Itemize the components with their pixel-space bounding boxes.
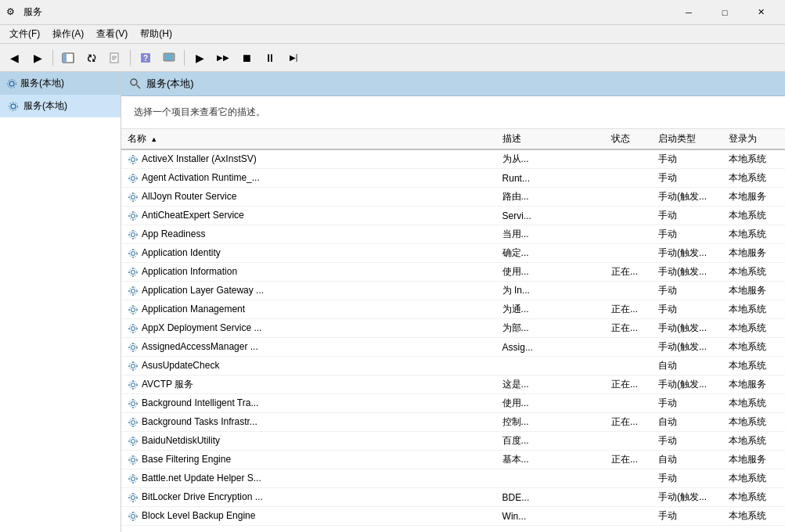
table-row[interactable]: ActiveX Installer (AxInstSV) 为从... 手动 本地… xyxy=(121,149,785,169)
svg-point-98 xyxy=(132,407,134,408)
table-row[interactable]: AVCTP 服务 这是... 正在... 手动(触发... 本地服务 xyxy=(121,376,785,394)
cell-status xyxy=(605,469,652,488)
svg-point-33 xyxy=(128,196,130,198)
table-row[interactable]: AppX Deployment Service ... 为部... 正在... … xyxy=(121,319,785,338)
refresh-button[interactable]: 🗘 xyxy=(81,47,103,69)
cell-login: 本地系统 xyxy=(722,169,785,188)
cell-status: 正在... xyxy=(605,319,652,338)
cell-startup: 手动 xyxy=(652,300,722,319)
cell-startup: 自动 xyxy=(652,413,722,432)
cell-startup: 自动 xyxy=(652,451,722,469)
svg-point-35 xyxy=(131,214,135,217)
svg-point-121 xyxy=(132,474,134,476)
col-header-login[interactable]: 登录为 xyxy=(722,129,785,149)
col-header-desc[interactable]: 描述 xyxy=(496,129,605,149)
svg-point-53 xyxy=(131,270,135,274)
cell-name: App Readiness xyxy=(121,225,496,244)
play-button[interactable]: ▶ xyxy=(189,47,211,69)
svg-point-97 xyxy=(132,399,134,401)
cell-name: AllJoyn Router Service xyxy=(121,188,496,207)
cell-status xyxy=(605,432,652,451)
gear-icon xyxy=(128,173,139,184)
svg-point-13 xyxy=(11,104,16,109)
table-row[interactable]: Background Tasks Infrastr... 控制... 正在...… xyxy=(121,413,785,432)
export-button[interactable] xyxy=(104,47,126,69)
cell-name: Application Identity xyxy=(121,244,496,263)
svg-point-61 xyxy=(132,286,134,288)
table-row[interactable]: Base Filtering Engine 基本... 正在... 自动 本地服… xyxy=(121,451,785,469)
nav-item-local-services[interactable]: 服务(本地) xyxy=(0,95,121,117)
svg-point-81 xyxy=(128,347,130,348)
svg-point-58 xyxy=(136,271,138,273)
cell-startup: 手动 xyxy=(652,149,722,169)
cell-desc: BDE... xyxy=(496,488,605,507)
table-row[interactable]: App Readiness 当用... 手动 本地系统 xyxy=(121,225,785,244)
svg-point-96 xyxy=(129,400,137,408)
cell-status xyxy=(605,338,652,357)
right-panel-header: 服务(本地) xyxy=(121,72,785,96)
table-row[interactable]: Background Intelligent Tra... 使用... 手动 本… xyxy=(121,394,785,413)
svg-point-57 xyxy=(128,271,130,273)
menu-help[interactable]: 帮助(H) xyxy=(134,26,178,42)
cell-login: 本地系统 xyxy=(722,338,785,357)
svg-point-52 xyxy=(136,253,138,254)
services-table-container[interactable]: 名称 ▲ 描述 状态 启动类型 登录为 ActiveX Installer (A… xyxy=(121,129,785,532)
title-bar-text: 服务 xyxy=(23,5,42,19)
table-row[interactable]: Battle.net Update Helper S... 手动 本地系统 xyxy=(121,469,785,488)
col-header-startup[interactable]: 启动类型 xyxy=(652,129,722,149)
cell-name: Block Level Backup Engine xyxy=(121,507,496,526)
show-hide-button[interactable] xyxy=(57,47,79,69)
menu-view[interactable]: 查看(V) xyxy=(90,26,134,42)
description-text: 选择一个项目来查看它的描述。 xyxy=(134,106,265,117)
svg-point-48 xyxy=(129,250,137,257)
table-row[interactable]: AssignedAccessManager ... Assig... 手动(触发… xyxy=(121,338,785,357)
menu-file[interactable]: 文件(F) xyxy=(3,26,46,42)
svg-point-55 xyxy=(132,268,134,269)
cell-name: AsusUpdateCheck xyxy=(121,357,496,376)
nav-item-label: 服务(本地) xyxy=(23,99,67,113)
table-row[interactable]: Application Management 为通... 正在... 手动 本地… xyxy=(121,300,785,319)
svg-point-111 xyxy=(128,440,130,442)
computer-button[interactable] xyxy=(158,47,180,69)
stop-button[interactable]: ⏹ xyxy=(236,47,257,69)
cell-startup: 手动(触发... xyxy=(652,319,722,338)
close-button[interactable]: ✕ xyxy=(743,0,779,25)
minimize-button[interactable]: ─ xyxy=(671,0,707,25)
svg-point-106 xyxy=(136,422,138,423)
cell-login: 本地系统 xyxy=(722,394,785,413)
col-header-name[interactable]: 名称 ▲ xyxy=(121,129,496,149)
forward-button[interactable]: ▶ xyxy=(27,47,49,69)
svg-point-50 xyxy=(132,257,134,258)
cell-status xyxy=(605,188,652,207)
cell-desc: 为通... xyxy=(496,300,605,319)
svg-text:?: ? xyxy=(143,54,148,63)
search-icon-header xyxy=(129,77,142,90)
table-row[interactable]: AllJoyn Router Service 路由... 手动(触发... 本地… xyxy=(121,188,785,207)
svg-point-114 xyxy=(129,456,137,464)
table-row[interactable]: Application Layer Gateway ... 为 In... 手动… xyxy=(121,282,785,300)
menu-action[interactable]: 操作(A) xyxy=(46,26,90,42)
table-row[interactable]: BaiduNetdiskUtility 百度... 手动 本地系统 xyxy=(121,432,785,451)
gear-icon xyxy=(128,323,139,334)
table-row[interactable]: AsusUpdateCheck 自动 本地系统 xyxy=(121,357,785,376)
table-row[interactable]: Application Information 使用... 正在... 手动(触… xyxy=(121,263,785,282)
restart-button[interactable]: ▶| xyxy=(283,47,304,69)
table-row[interactable]: AntiCheatExpert Service Servi... 手动 本地系统 xyxy=(121,207,785,225)
help-button[interactable]: ? xyxy=(135,47,157,69)
table-row[interactable]: Agent Activation Runtime_... Runt... 手动 … xyxy=(121,169,785,188)
restore-button[interactable]: □ xyxy=(707,0,743,25)
cell-login: 本地服务 xyxy=(722,244,785,263)
play2-button[interactable]: ▶▶ xyxy=(212,47,234,69)
svg-point-79 xyxy=(132,343,134,344)
col-header-status[interactable]: 状态 xyxy=(605,129,652,149)
cell-status: 正在... xyxy=(605,263,652,282)
cell-status: 正在... xyxy=(605,300,652,319)
svg-point-40 xyxy=(136,215,138,217)
table-row[interactable]: Block Level Backup Engine Win... 手动 本地系统 xyxy=(121,507,785,526)
pause-button[interactable]: ⏸ xyxy=(259,47,281,69)
gear-icon xyxy=(128,492,139,503)
table-row[interactable]: BitLocker Drive Encryption ... BDE... 手动… xyxy=(121,488,785,507)
back-button[interactable]: ◀ xyxy=(3,47,25,69)
table-row[interactable]: Application Identity 确定... 手动(触发... 本地服务 xyxy=(121,244,785,263)
svg-point-122 xyxy=(132,482,134,483)
